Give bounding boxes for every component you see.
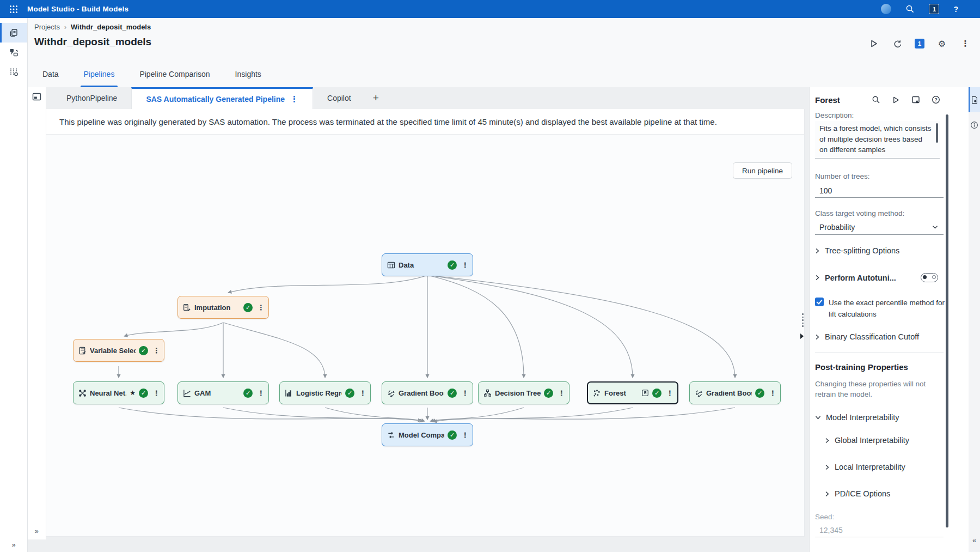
pipeline-node-data[interactable]: Data ✓ ⋮: [382, 253, 473, 276]
node-menu-icon[interactable]: ⋮: [558, 389, 565, 397]
section-local-interpretability[interactable]: Local Interpretability: [825, 463, 949, 471]
pipeline-node-gradient-boosting-1[interactable]: Gradient Boos... ✓ ⋮: [382, 381, 473, 404]
panel-collapse-arrow-icon[interactable]: [800, 333, 804, 339]
description-field[interactable]: Fits a forest model, which consists of m…: [815, 121, 940, 159]
variable-selection-icon: [78, 347, 87, 355]
project-more-menu-icon[interactable]: ⋮: [959, 38, 971, 50]
panel-save-icon[interactable]: [911, 95, 920, 104]
rail-item-pipelines[interactable]: [0, 23, 27, 43]
strip-properties-icon[interactable]: [969, 87, 980, 112]
pipeline-canvas[interactable]: Run pipeline Data ✓ ⋮ Imputation ✓: [46, 135, 804, 536]
description-label: Description:: [815, 111, 854, 119]
tab-pipelines[interactable]: Pipelines: [81, 69, 118, 87]
decision-tree-icon: [483, 389, 492, 397]
tab-insights[interactable]: Insights: [232, 69, 265, 87]
node-menu-icon[interactable]: ⋮: [666, 389, 673, 397]
post-training-title: Post-training Properties: [815, 362, 908, 372]
node-success-icon: ✓: [755, 389, 764, 398]
rail-item-exchange[interactable]: [0, 43, 27, 62]
node-label: Imputation: [194, 304, 240, 312]
pipeline-tab-copilot[interactable]: Copilot: [313, 87, 365, 109]
pipeline-node-logistic-regression[interactable]: Logistic Regre... ✓ ⋮: [279, 381, 371, 404]
pipeline-tab-menu-icon[interactable]: ⋮: [290, 94, 298, 104]
node-menu-icon[interactable]: ⋮: [258, 389, 265, 397]
node-success-icon: ✓: [544, 389, 553, 398]
tab-data[interactable]: Data: [39, 69, 62, 87]
rail-expand-icon[interactable]: »: [0, 541, 27, 549]
node-success-icon: ✓: [139, 346, 148, 355]
section-binary-cutoff[interactable]: Binary Classification Cutoff: [815, 332, 949, 341]
node-label: Neural Net...: [90, 389, 126, 397]
panel-run-node-icon[interactable]: [892, 96, 900, 104]
panel-scrollbar[interactable]: [946, 114, 948, 527]
node-menu-icon[interactable]: ⋮: [462, 261, 469, 269]
section-pdice-options[interactable]: PD/ICE Options: [825, 489, 949, 498]
section-global-interpretability[interactable]: Global Interpretability: [825, 436, 949, 445]
node-menu-icon[interactable]: ⋮: [462, 431, 469, 439]
model-comparison-icon: [387, 431, 395, 439]
help-button[interactable]: ?: [953, 5, 958, 14]
run-pipeline-button[interactable]: Run pipeline: [733, 162, 792, 179]
pipeline-tab-sas-generated[interactable]: SAS Automatically Generated Pipeline ⋮: [131, 87, 313, 109]
section-model-interpretability[interactable]: Model Interpretability: [815, 413, 949, 422]
breadcrumb-separator-icon: ›: [64, 23, 66, 31]
project-settings-gear-icon[interactable]: ⚙: [936, 38, 948, 50]
pipeline-node-imputation[interactable]: Imputation ✓ ⋮: [177, 296, 269, 319]
node-menu-icon[interactable]: ⋮: [153, 347, 160, 355]
logistic-regression-icon: [285, 389, 293, 397]
breadcrumb-current: Withdr_deposit_models: [71, 23, 151, 31]
notifications-badge[interactable]: 1: [929, 4, 939, 14]
node-menu-icon[interactable]: ⋮: [359, 389, 366, 397]
rail-item-settings-sliders[interactable]: [0, 62, 27, 82]
pipeline-edges: [46, 135, 804, 536]
pipeline-node-gam[interactable]: GAM ✓ ⋮: [177, 381, 269, 404]
checkbox-checked-icon[interactable]: [815, 298, 824, 306]
chevron-right-icon: [825, 438, 830, 444]
node-menu-icon[interactable]: ⋮: [769, 389, 776, 397]
section-tree-splitting[interactable]: Tree-splitting Options: [815, 246, 949, 255]
chevron-right-icon: [815, 334, 820, 340]
node-label: Data: [399, 261, 444, 269]
strip-info-icon[interactable]: [969, 112, 980, 137]
node-menu-icon[interactable]: ⋮: [153, 389, 160, 397]
app-top-bar: Model Studio - Build Models 1 ?: [0, 0, 980, 18]
selected-count-badge[interactable]: 1: [915, 39, 924, 48]
pipeline-node-variable-selection[interactable]: Variable Selec... ✓ ⋮: [73, 339, 164, 362]
pipeline-node-neural-network[interactable]: Neural Net... ★ ✓ ⋮: [73, 381, 164, 404]
percentile-checkbox-row[interactable]: Use the exact percentile method for lift…: [815, 297, 946, 320]
trees-input[interactable]: [815, 184, 944, 198]
panel-resize-handle[interactable]: [802, 313, 804, 327]
pipeline-node-decision-tree[interactable]: Decision Tree ✓ ⋮: [478, 381, 569, 404]
node-label: GAM: [194, 389, 240, 397]
gradient-boosting-icon: [695, 389, 703, 397]
forest-icon: [593, 389, 601, 397]
chevron-right-icon: [825, 464, 830, 470]
pipeline-node-forest[interactable]: Forest ✓ ⋮: [587, 381, 678, 404]
voting-select[interactable]: Probability: [815, 220, 944, 235]
run-project-button[interactable]: [868, 38, 880, 50]
global-search-icon[interactable]: [905, 4, 915, 14]
description-scrollbar[interactable]: [936, 123, 938, 143]
imputation-icon: [183, 304, 191, 312]
panel-search-icon[interactable]: [872, 95, 880, 104]
panel-collapse-icon[interactable]: «: [969, 536, 980, 544]
pipeline-node-gradient-boosting-2[interactable]: Gradient Boos... ✓ ⋮: [689, 381, 781, 404]
svg-text:?: ?: [934, 97, 937, 102]
section-autotune[interactable]: Perform Autotuni...: [815, 273, 949, 282]
node-menu-icon[interactable]: ⋮: [462, 389, 469, 397]
strip-expand-icon[interactable]: »: [34, 527, 38, 535]
add-pipeline-button[interactable]: +: [365, 87, 387, 109]
app-launcher-grid-icon[interactable]: [0, 5, 27, 14]
panel-help-icon[interactable]: ?: [932, 95, 940, 104]
seed-label: Seed:: [815, 513, 834, 521]
tab-pipeline-comparison[interactable]: Pipeline Comparison: [136, 69, 213, 87]
pipeline-tab-pythonpipeline[interactable]: PythonPipeline: [52, 87, 131, 109]
pipeline-overview-thumbnail-icon[interactable]: [32, 93, 41, 101]
breadcrumb-projects-link[interactable]: Projects: [34, 23, 60, 31]
node-menu-icon[interactable]: ⋮: [258, 304, 265, 312]
pipeline-node-model-comparison[interactable]: Model Compar... ✓ ⋮: [382, 423, 473, 446]
sas-logo-icon: [881, 4, 891, 14]
seed-input[interactable]: [815, 523, 944, 537]
autotune-toggle[interactable]: [921, 273, 938, 282]
refresh-button[interactable]: [891, 38, 903, 50]
